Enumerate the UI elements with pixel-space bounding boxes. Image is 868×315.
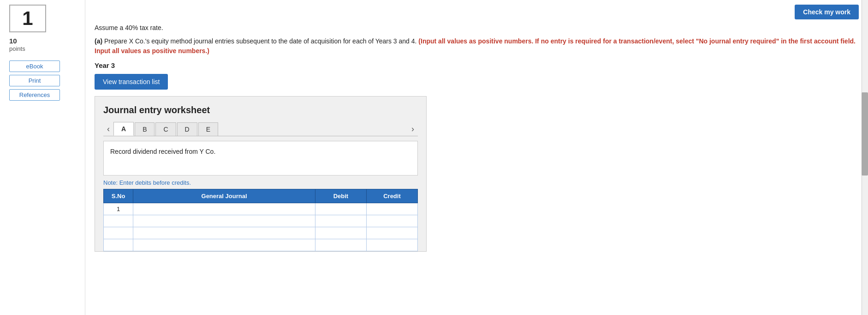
row2-general-journal[interactable] bbox=[133, 215, 315, 227]
tab-A[interactable]: A bbox=[113, 122, 134, 136]
points-section: 10 points bbox=[9, 37, 25, 52]
question-number: 1 bbox=[22, 7, 33, 30]
tax-rate-text: Assume a 40% tax rate. bbox=[95, 24, 163, 31]
instruction-text: (a) Prepare X Co.'s equity method journa… bbox=[95, 36, 859, 56]
row4-sno bbox=[104, 239, 133, 251]
row4-debit-input[interactable] bbox=[318, 242, 363, 248]
problem-text: Assume a 40% tax rate. bbox=[95, 23, 859, 33]
instruction-box: Record dividend received from Y Co. bbox=[103, 141, 418, 176]
col-header-general-journal: General Journal bbox=[133, 189, 315, 203]
row3-credit[interactable] bbox=[366, 227, 417, 239]
row1-general-journal[interactable] bbox=[133, 203, 315, 215]
row3-general-journal-input[interactable] bbox=[136, 230, 312, 236]
left-panel: 1 10 points eBook Print References bbox=[0, 0, 85, 315]
print-button[interactable]: Print bbox=[9, 75, 60, 86]
worksheet-container: Journal entry worksheet ‹ A B C D E › Re… bbox=[95, 96, 427, 252]
row3-general-journal[interactable] bbox=[133, 227, 315, 239]
part-a-label: (a) bbox=[95, 37, 102, 45]
col-header-debit: Debit bbox=[315, 189, 366, 203]
row3-debit-input[interactable] bbox=[318, 230, 363, 236]
instruction-box-text: Record dividend received from Y Co. bbox=[110, 148, 215, 155]
col-header-sno: S.No bbox=[104, 189, 133, 203]
instruction-main: Prepare X Co.'s equity method journal en… bbox=[102, 37, 416, 45]
journal-table: S.No General Journal Debit Credit 1 bbox=[103, 189, 418, 251]
row1-general-journal-input[interactable] bbox=[136, 206, 312, 212]
year-label: Year 3 bbox=[95, 61, 859, 69]
view-transaction-list-button[interactable]: View transaction list bbox=[95, 74, 168, 90]
row2-debit-input[interactable] bbox=[318, 218, 363, 224]
tab-B[interactable]: B bbox=[135, 122, 155, 136]
scrollbar-thumb[interactable] bbox=[862, 92, 868, 176]
worksheet-title: Journal entry worksheet bbox=[103, 105, 418, 115]
row2-sno bbox=[104, 215, 133, 227]
row1-credit[interactable] bbox=[366, 203, 417, 215]
top-bar: Check my work bbox=[95, 5, 859, 19]
tabs-prev-arrow[interactable]: ‹ bbox=[103, 122, 113, 136]
row4-general-journal-input[interactable] bbox=[136, 242, 312, 248]
col-header-credit: Credit bbox=[366, 189, 417, 203]
main-content: Check my work Assume a 40% tax rate. (a)… bbox=[85, 0, 868, 315]
row2-credit[interactable] bbox=[366, 215, 417, 227]
page-container: 1 10 points eBook Print References Check… bbox=[0, 0, 868, 315]
row1-debit[interactable] bbox=[315, 203, 366, 215]
row2-debit[interactable] bbox=[315, 215, 366, 227]
row4-credit[interactable] bbox=[366, 239, 417, 251]
tab-D[interactable]: D bbox=[177, 122, 197, 136]
row4-credit-input[interactable] bbox=[369, 242, 415, 248]
row1-debit-input[interactable] bbox=[318, 206, 363, 212]
scrollbar[interactable] bbox=[862, 0, 868, 315]
row3-credit-input[interactable] bbox=[369, 230, 415, 236]
check-my-work-button[interactable]: Check my work bbox=[795, 5, 859, 19]
table-row bbox=[104, 227, 418, 239]
points-number: 10 bbox=[9, 37, 17, 45]
row1-sno: 1 bbox=[104, 203, 133, 215]
tab-C[interactable]: C bbox=[155, 122, 176, 136]
row2-general-journal-input[interactable] bbox=[136, 218, 312, 224]
table-row bbox=[104, 239, 418, 251]
question-number-box: 1 bbox=[9, 5, 46, 32]
table-row: 1 bbox=[104, 203, 418, 215]
points-label: points bbox=[9, 45, 25, 52]
note-text: Note: Enter debits before credits. bbox=[103, 179, 418, 186]
row3-sno bbox=[104, 227, 133, 239]
row2-credit-input[interactable] bbox=[369, 218, 415, 224]
row4-general-journal[interactable] bbox=[133, 239, 315, 251]
table-row bbox=[104, 215, 418, 227]
sidebar-buttons: eBook Print References bbox=[9, 61, 80, 101]
tabs-row: ‹ A B C D E › bbox=[103, 122, 418, 136]
tabs-next-arrow[interactable]: › bbox=[408, 122, 418, 136]
row4-debit[interactable] bbox=[315, 239, 366, 251]
row3-debit[interactable] bbox=[315, 227, 366, 239]
row1-credit-input[interactable] bbox=[369, 206, 415, 212]
ebook-button[interactable]: eBook bbox=[9, 61, 60, 72]
tab-E[interactable]: E bbox=[198, 122, 218, 136]
references-button[interactable]: References bbox=[9, 89, 60, 101]
